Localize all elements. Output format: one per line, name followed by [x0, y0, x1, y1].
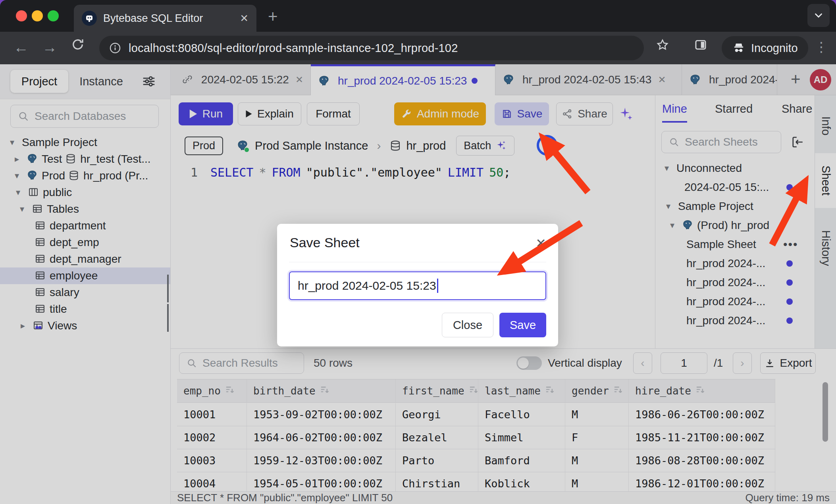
browser-tab-title: Bytebase SQL Editor — [103, 12, 240, 25]
browser-window: Bytebase SQL Editor ✕ + ← → localhost:80… — [0, 0, 836, 504]
bookmark-star-icon[interactable] — [656, 38, 669, 55]
incognito-spy-icon — [732, 41, 745, 55]
tab-search-button[interactable] — [807, 4, 830, 27]
sql-editor-app: Project Instance Search Databases ▾Sampl… — [0, 64, 836, 504]
url-bar[interactable]: localhost:8080/sql-editor/prod-sample-in… — [99, 36, 644, 60]
sheet-name-input[interactable]: hr_prod 2024-02-05 15:23 — [289, 271, 546, 300]
browser-tab[interactable]: Bytebase SQL Editor ✕ — [74, 5, 256, 32]
window-minimize-button[interactable] — [32, 10, 43, 21]
chevron-down-icon — [813, 10, 824, 21]
sheet-name-value: hr_prod 2024-02-05 15:23 — [298, 279, 436, 292]
forward-icon[interactable]: → — [42, 39, 57, 56]
incognito-badge: Incognito — [722, 36, 808, 60]
text-caret — [437, 279, 438, 293]
save-sheet-dialog: Save Sheet ✕ hr_prod 2024-02-05 15:23 Cl… — [277, 224, 558, 346]
browser-menu-icon[interactable]: ⋮ — [815, 39, 828, 55]
incognito-label: Incognito — [751, 42, 798, 55]
window-close-button[interactable] — [16, 10, 27, 21]
bytebase-favicon-icon — [82, 11, 97, 26]
reload-icon[interactable] — [71, 37, 85, 55]
dialog-title: Save Sheet — [290, 235, 360, 250]
dialog-close-button[interactable]: Close — [442, 313, 493, 337]
new-tab-button[interactable]: + — [268, 7, 278, 26]
window-maximize-button[interactable] — [48, 10, 59, 21]
site-info-icon[interactable] — [109, 42, 121, 54]
side-panel-icon[interactable] — [694, 38, 707, 55]
back-icon[interactable]: ← — [13, 39, 29, 56]
dialog-close-icon[interactable]: ✕ — [536, 236, 546, 251]
blue-circle-annotation — [537, 135, 557, 156]
dialog-save-button[interactable]: Save — [499, 313, 546, 337]
browser-toolbar: ← → localhost:8080/sql-editor/prod-sampl… — [0, 32, 836, 64]
browser-tab-strip: Bytebase SQL Editor ✕ + — [0, 0, 836, 32]
url-text: localhost:8080/sql-editor/prod-sample-in… — [129, 42, 458, 55]
divider — [289, 262, 546, 262]
browser-tab-close-icon[interactable]: ✕ — [240, 12, 248, 25]
